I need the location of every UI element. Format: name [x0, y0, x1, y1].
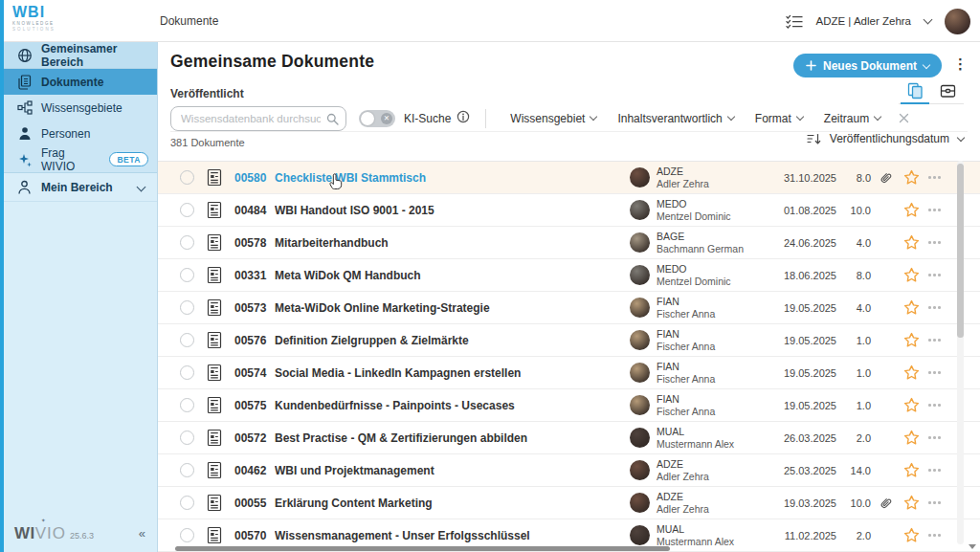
filter-zeitraum[interactable]: Zeitraum	[813, 112, 891, 125]
clear-filters-icon[interactable]	[899, 113, 909, 123]
document-title[interactable]: WBI Handout ISO 9001 - 2015	[275, 204, 630, 217]
row-menu-icon[interactable]	[928, 176, 946, 179]
document-number[interactable]: 00575	[234, 399, 271, 412]
row-select-radio[interactable]	[180, 431, 194, 445]
favorite-star-icon[interactable]	[903, 267, 921, 283]
favorite-star-icon[interactable]	[903, 234, 921, 251]
favorite-star-icon[interactable]	[903, 364, 921, 381]
document-title[interactable]: Erklärung Content Marketing	[275, 497, 630, 510]
vertical-scrollbar[interactable]	[957, 161, 964, 544]
table-row[interactable]: 00573 Meta-WiDok Online Marketing-Strate…	[158, 292, 980, 324]
search-input[interactable]	[170, 106, 346, 131]
row-menu-icon[interactable]	[928, 209, 946, 211]
tab-archive[interactable]	[931, 77, 964, 103]
row-menu-icon[interactable]	[928, 241, 946, 244]
row-select-radio[interactable]	[180, 235, 194, 250]
table-row[interactable]: 00575 Kundenbedürfnisse - Painpoints - U…	[158, 389, 980, 422]
new-document-button[interactable]: Neues Dokument	[793, 54, 942, 77]
row-select-radio[interactable]	[180, 398, 194, 412]
row-menu-icon[interactable]	[928, 404, 946, 407]
tab-documents[interactable]	[899, 77, 931, 103]
document-title[interactable]: Definition Zielgruppen & Zielmärkte	[275, 334, 630, 347]
sidebar-item-mein-bereich[interactable]: Mein Bereich	[4, 173, 157, 202]
sidebar-item-dokumente[interactable]: Dokumente	[4, 69, 157, 95]
row-select-radio[interactable]	[180, 268, 194, 282]
document-title[interactable]: Social Media - LinkedIn Kampagnen erstel…	[275, 366, 630, 380]
document-title[interactable]: Mitarbeiterhandbuch	[275, 236, 630, 250]
more-options-icon[interactable]	[953, 55, 968, 73]
document-title[interactable]: Wissensmanagement - Unser Erfolgsschlüss…	[275, 529, 630, 542]
document-number[interactable]: 00573	[234, 301, 271, 315]
filter-inhaltsverantwortlich[interactable]: Inhaltsverantwortlich	[607, 112, 744, 125]
row-select-radio[interactable]	[180, 300, 194, 315]
document-number[interactable]: 00484	[234, 204, 271, 217]
collapse-sidebar-icon[interactable]	[139, 526, 145, 541]
wbi-logo[interactable]: WBI KNOWLEDGE SOLUTIONS	[12, 5, 56, 32]
document-number[interactable]: 00572	[234, 431, 271, 445]
row-select-radio[interactable]	[180, 463, 194, 477]
favorite-star-icon[interactable]	[903, 527, 921, 543]
row-menu-icon[interactable]	[928, 501, 946, 504]
document-number[interactable]: 00580	[234, 171, 271, 185]
row-select-radio[interactable]	[180, 203, 194, 217]
favorite-star-icon[interactable]	[903, 299, 921, 316]
table-row[interactable]: 00580 Checkliste WBI Stammtisch ADZE Adl…	[158, 162, 980, 194]
document-number[interactable]: 00574	[234, 366, 271, 380]
filter-format[interactable]: Format	[745, 112, 813, 125]
row-menu-icon[interactable]	[928, 371, 946, 374]
sidebar-item-gemeinsamer-bereich[interactable]: Gemeinsamer Bereich	[4, 42, 157, 69]
table-row[interactable]: 00462 WBI und Projektmanagement ADZE Adl…	[158, 454, 980, 487]
table-row[interactable]: 00578 Mitarbeiterhandbuch BAGE Bachmann …	[158, 227, 980, 259]
document-number[interactable]: 00055	[234, 497, 271, 510]
row-select-radio[interactable]	[180, 496, 194, 510]
document-number[interactable]: 00462	[234, 464, 271, 477]
horizontal-scrollbar[interactable]	[158, 545, 980, 552]
row-menu-icon[interactable]	[928, 436, 946, 439]
favorite-star-icon[interactable]	[903, 495, 921, 511]
table-row[interactable]: 00055 Erklärung Content Marketing ADZE A…	[158, 487, 980, 519]
sort-control[interactable]: Veröffentlichungsdatum	[807, 132, 964, 145]
row-menu-icon[interactable]	[928, 306, 946, 309]
favorite-star-icon[interactable]	[903, 430, 921, 446]
document-title[interactable]: Kundenbedürfnisse - Painpoints - Usecase…	[275, 399, 630, 412]
user-avatar[interactable]	[945, 9, 970, 34]
document-title[interactable]: Checkliste WBI Stammtisch	[275, 171, 630, 185]
table-row[interactable]: 00574 Social Media - LinkedIn Kampagnen …	[158, 357, 980, 389]
row-select-radio[interactable]	[180, 170, 194, 185]
document-title[interactable]: Best Practise - QM & Zertifizierungen ab…	[275, 431, 630, 445]
row-select-radio[interactable]	[180, 333, 194, 347]
row-select-radio[interactable]	[180, 528, 194, 542]
favorite-star-icon[interactable]	[903, 332, 921, 348]
document-number[interactable]: 00331	[234, 269, 271, 282]
user-menu-label[interactable]: ADZE | Adler Zehra	[816, 15, 912, 27]
document-number[interactable]: 00576	[234, 334, 271, 347]
document-number[interactable]: 00570	[234, 529, 271, 542]
filter-wissensgebiet[interactable]: Wissensgebiet	[500, 112, 607, 125]
sidebar-item-frag-wivio[interactable]: Frag WIVIO BETA	[4, 146, 157, 172]
row-menu-icon[interactable]	[928, 339, 946, 342]
sidebar-item-personen[interactable]: Personen	[4, 121, 157, 146]
table-row[interactable]: 00331 Meta WiDok QM Handbuch MEDO Mentze…	[158, 259, 980, 292]
table-row[interactable]: 00572 Best Practise - QM & Zertifizierun…	[158, 422, 980, 454]
table-row[interactable]: 00576 Definition Zielgruppen & Zielmärkt…	[158, 324, 980, 357]
scrollbar-thumb[interactable]	[175, 546, 670, 551]
row-menu-icon[interactable]	[928, 469, 946, 472]
info-icon[interactable]	[457, 110, 470, 127]
row-select-radio[interactable]	[180, 365, 194, 380]
row-menu-icon[interactable]	[928, 274, 946, 276]
scrollbar-thumb[interactable]	[957, 164, 964, 338]
row-menu-icon[interactable]	[928, 534, 946, 537]
document-number[interactable]: 00578	[234, 236, 271, 250]
favorite-star-icon[interactable]	[903, 202, 921, 218]
document-title[interactable]: Meta WiDok QM Handbuch	[275, 269, 630, 282]
ki-search-toggle[interactable]	[359, 110, 395, 127]
tasklist-icon[interactable]	[786, 14, 803, 29]
favorite-star-icon[interactable]	[903, 397, 921, 413]
favorite-star-icon[interactable]	[903, 462, 921, 478]
favorite-star-icon[interactable]	[903, 169, 921, 186]
chevron-down-icon[interactable]	[924, 15, 933, 25]
sidebar-item-wissensgebiete[interactable]: Wissensgebiete	[4, 95, 157, 121]
document-title[interactable]: WBI und Projektmanagement	[275, 464, 630, 477]
document-title[interactable]: Meta-WiDok Online Marketing-Strategie	[275, 301, 630, 315]
table-row[interactable]: 00484 WBI Handout ISO 9001 - 2015 MEDO M…	[158, 194, 980, 227]
